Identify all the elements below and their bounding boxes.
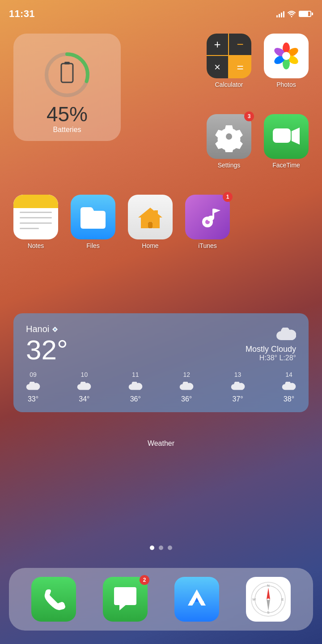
forecast-cloud-icon: [128, 382, 143, 392]
svg-point-22: [54, 328, 56, 330]
settings-icon[interactable]: 3: [207, 114, 251, 159]
photos-icon[interactable]: [264, 34, 309, 78]
home-app[interactable]: Home: [128, 195, 173, 249]
svg-text:S: S: [267, 610, 269, 614]
svg-rect-24: [199, 601, 204, 603]
phone-dock-icon[interactable]: [31, 577, 76, 622]
forecast-hour: 10: [81, 371, 88, 378]
status-time: 11:31: [9, 8, 35, 20]
wifi-icon: [287, 10, 296, 17]
svg-rect-14: [273, 128, 291, 143]
forecast-temp: 33°: [28, 395, 38, 403]
itunes-label: iTunes: [198, 242, 217, 249]
messages-dock-icon[interactable]: 2: [103, 577, 148, 622]
svg-rect-23: [190, 601, 194, 603]
appstore-dock-icon[interactable]: [174, 577, 219, 622]
messages-dock-app[interactable]: 2: [103, 577, 148, 622]
svg-text:W: W: [252, 597, 256, 601]
forecast-cloud-icon: [282, 382, 296, 392]
page-dot-2[interactable]: [159, 546, 163, 550]
notes-app[interactable]: Notes: [13, 195, 58, 249]
svg-marker-15: [292, 128, 300, 145]
forecast-temp: 37°: [232, 395, 243, 403]
weather-city: Hanoi: [26, 324, 68, 334]
svg-point-0: [291, 16, 292, 17]
svg-rect-4: [64, 62, 70, 64]
svg-rect-17: [154, 210, 158, 217]
appstore-dock-app[interactable]: [174, 577, 219, 622]
forecast-temp: 36°: [181, 395, 192, 403]
weather-forecast: 09 33° 10 34° 11 36° 12 36° 13 37° 14 3: [26, 371, 296, 403]
facetime-app[interactable]: FaceTime: [264, 114, 309, 169]
home-icon[interactable]: [128, 195, 173, 239]
forecast-item: 09 33°: [26, 371, 40, 403]
facetime-icon[interactable]: [264, 114, 309, 159]
weather-temperature: 32°: [26, 336, 68, 364]
page-dots: [0, 546, 322, 550]
forecast-cloud-icon: [231, 382, 245, 392]
app-row-1: + − × = Calculator: [207, 34, 309, 88]
forecast-hour: 12: [183, 371, 190, 378]
phone-dock-app[interactable]: [31, 577, 76, 622]
page-dot-1[interactable]: [150, 546, 154, 550]
weather-description: Mostly Cloudy: [246, 345, 296, 354]
batteries-widget[interactable]: 45% Batteries: [13, 34, 121, 141]
battery-icon: [299, 11, 313, 17]
forecast-item: 10 34°: [77, 371, 91, 403]
notes-icon[interactable]: [13, 195, 58, 239]
svg-point-12: [282, 52, 290, 60]
forecast-temp: 34°: [79, 395, 89, 403]
dock: 2: [9, 568, 313, 631]
photos-label: Photos: [276, 81, 296, 88]
battery-ring: [42, 50, 92, 99]
battery-percent-label: 45%: [47, 104, 88, 124]
safari-dock-app[interactable]: N S W E: [246, 577, 291, 622]
app-row-3: Notes Files Home: [13, 195, 230, 249]
files-icon[interactable]: [71, 195, 115, 239]
forecast-hour: 09: [30, 371, 37, 378]
itunes-icon[interactable]: 1: [185, 195, 230, 239]
forecast-cloud-icon: [179, 382, 194, 392]
forecast-hour: 14: [285, 371, 292, 378]
batteries-widget-label: Batteries: [13, 126, 121, 134]
weather-cloud-icon: [276, 328, 296, 342]
forecast-cloud-icon: [77, 382, 91, 392]
settings-badge: 3: [244, 111, 254, 121]
svg-point-13: [226, 133, 232, 140]
forecast-item: 11 36°: [128, 371, 143, 403]
svg-rect-3: [61, 64, 73, 82]
app-row-2: 3 Settings FaceTime: [207, 114, 309, 169]
svg-text:E: E: [281, 597, 284, 601]
svg-text:N: N: [267, 584, 270, 588]
settings-app[interactable]: 3 Settings: [207, 114, 251, 169]
status-icons: [276, 10, 313, 17]
home-label: Home: [142, 242, 158, 249]
calculator-label: Calculator: [215, 81, 243, 88]
forecast-hour: 13: [234, 371, 242, 378]
files-label: Files: [86, 242, 100, 249]
forecast-temp: 38°: [284, 395, 294, 403]
notes-label: Notes: [28, 242, 44, 249]
photos-app[interactable]: Photos: [264, 34, 309, 88]
forecast-item: 13 37°: [231, 371, 245, 403]
weather-widget[interactable]: Hanoi 32° Mostly Cloudy H:38° L:28°: [13, 313, 309, 412]
svg-rect-16: [148, 222, 153, 228]
weather-high-low: H:38° L:28°: [246, 354, 296, 362]
calculator-icon[interactable]: + − × =: [207, 34, 251, 78]
forecast-item: 14 38°: [282, 371, 296, 403]
forecast-hour: 11: [132, 371, 139, 378]
forecast-item: 12 36°: [179, 371, 194, 403]
calculator-app[interactable]: + − × = Calculator: [207, 34, 251, 88]
itunes-app[interactable]: 1 iTunes: [185, 195, 230, 249]
files-app[interactable]: Files: [71, 195, 115, 249]
signal-bars-icon: [276, 10, 284, 17]
status-bar: 11:31: [0, 0, 322, 22]
settings-label: Settings: [218, 162, 241, 169]
location-icon: [52, 326, 58, 333]
forecast-cloud-icon: [26, 382, 40, 392]
facetime-label: FaceTime: [272, 162, 300, 169]
itunes-badge: 1: [223, 192, 233, 202]
weather-widget-label: Weather: [0, 439, 322, 448]
safari-dock-icon[interactable]: N S W E: [246, 577, 291, 622]
page-dot-3[interactable]: [168, 546, 172, 550]
